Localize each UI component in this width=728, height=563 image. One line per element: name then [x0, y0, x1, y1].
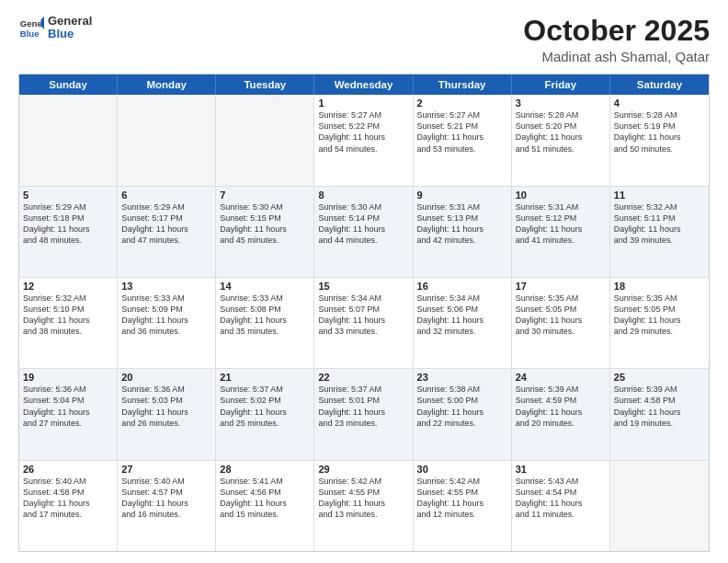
day-number: 21: [220, 372, 310, 383]
empty-cell: [216, 95, 314, 185]
day-number: 3: [516, 98, 606, 109]
day-cell-24: 24Sunrise: 5:39 AMSunset: 4:59 PMDayligh…: [512, 369, 610, 459]
cell-info: Sunrise: 5:41 AMSunset: 4:56 PMDaylight:…: [220, 476, 310, 521]
cell-info: Sunrise: 5:29 AMSunset: 5:17 PMDaylight:…: [121, 201, 211, 247]
cell-info: Sunrise: 5:32 AMSunset: 5:10 PMDaylight:…: [23, 293, 113, 338]
day-cell-22: 22Sunrise: 5:37 AMSunset: 5:01 PMDayligh…: [314, 369, 413, 459]
cell-info: Sunrise: 5:33 AMSunset: 5:09 PMDaylight:…: [121, 293, 211, 338]
day-number: 1: [318, 98, 408, 109]
cell-info: Sunrise: 5:39 AMSunset: 4:59 PMDaylight:…: [516, 384, 606, 429]
header: General Blue General Blue October 2025 M…: [18, 15, 710, 64]
cell-info: Sunrise: 5:27 AMSunset: 5:22 PMDaylight:…: [318, 109, 408, 155]
day-cell-9: 9Sunrise: 5:31 AMSunset: 5:13 PMDaylight…: [414, 187, 512, 277]
day-cell-14: 14Sunrise: 5:33 AMSunset: 5:08 PMDayligh…: [216, 278, 314, 368]
cell-info: Sunrise: 5:40 AMSunset: 4:57 PMDaylight:…: [121, 476, 211, 521]
cell-info: Sunrise: 5:33 AMSunset: 5:08 PMDaylight:…: [220, 293, 310, 338]
cell-info: Sunrise: 5:42 AMSunset: 4:55 PMDaylight:…: [318, 476, 408, 521]
day-cell-26: 26Sunrise: 5:40 AMSunset: 4:58 PMDayligh…: [19, 461, 118, 551]
day-cell-13: 13Sunrise: 5:33 AMSunset: 5:09 PMDayligh…: [118, 278, 216, 368]
day-number: 10: [516, 190, 606, 201]
day-header-thursday: Thursday: [414, 75, 512, 95]
day-number: 4: [614, 98, 705, 109]
cell-info: Sunrise: 5:36 AMSunset: 5:03 PMDaylight:…: [121, 384, 211, 429]
day-number: 5: [23, 190, 113, 201]
cell-info: Sunrise: 5:34 AMSunset: 5:07 PMDaylight:…: [318, 293, 408, 338]
location: Madinat ash Shamal, Qatar: [523, 49, 710, 64]
cell-info: Sunrise: 5:30 AMSunset: 5:14 PMDaylight:…: [318, 201, 408, 247]
day-cell-12: 12Sunrise: 5:32 AMSunset: 5:10 PMDayligh…: [19, 278, 118, 368]
day-number: 26: [23, 464, 113, 475]
cell-info: Sunrise: 5:31 AMSunset: 5:12 PMDaylight:…: [516, 201, 606, 247]
cell-info: Sunrise: 5:28 AMSunset: 5:19 PMDaylight:…: [614, 109, 705, 155]
calendar: SundayMondayTuesdayWednesdayThursdayFrid…: [18, 74, 710, 552]
calendar-week-2: 5Sunrise: 5:29 AMSunset: 5:18 PMDaylight…: [19, 187, 709, 278]
cell-info: Sunrise: 5:40 AMSunset: 4:58 PMDaylight:…: [23, 476, 113, 521]
title-block: October 2025 Madinat ash Shamal, Qatar: [523, 15, 710, 64]
day-number: 7: [220, 190, 310, 201]
logo-general: General: [48, 15, 92, 28]
cell-info: Sunrise: 5:37 AMSunset: 5:02 PMDaylight:…: [220, 384, 310, 429]
day-header-tuesday: Tuesday: [216, 75, 314, 95]
day-cell-23: 23Sunrise: 5:38 AMSunset: 5:00 PMDayligh…: [414, 369, 512, 459]
day-number: 24: [516, 372, 606, 383]
day-header-monday: Monday: [118, 75, 216, 95]
day-number: 29: [318, 464, 408, 475]
day-number: 12: [23, 281, 113, 292]
day-header-friday: Friday: [512, 75, 610, 95]
day-number: 6: [121, 190, 211, 201]
day-cell-2: 2Sunrise: 5:27 AMSunset: 5:21 PMDaylight…: [414, 95, 512, 185]
cell-info: Sunrise: 5:38 AMSunset: 5:00 PMDaylight:…: [417, 384, 507, 429]
day-header-sunday: Sunday: [19, 75, 118, 95]
cell-info: Sunrise: 5:32 AMSunset: 5:11 PMDaylight:…: [614, 201, 705, 247]
day-number: 19: [23, 372, 113, 383]
day-cell-20: 20Sunrise: 5:36 AMSunset: 5:03 PMDayligh…: [118, 369, 216, 459]
page: General Blue General Blue October 2025 M…: [0, 0, 728, 563]
cell-info: Sunrise: 5:39 AMSunset: 4:58 PMDaylight:…: [614, 384, 705, 429]
day-cell-31: 31Sunrise: 5:43 AMSunset: 4:54 PMDayligh…: [512, 461, 610, 551]
logo: General Blue General Blue: [18, 15, 92, 41]
day-number: 2: [417, 98, 507, 109]
calendar-week-4: 19Sunrise: 5:36 AMSunset: 5:04 PMDayligh…: [19, 369, 709, 460]
cell-info: Sunrise: 5:28 AMSunset: 5:20 PMDaylight:…: [516, 109, 606, 155]
day-number: 15: [318, 281, 408, 292]
cell-info: Sunrise: 5:34 AMSunset: 5:06 PMDaylight:…: [417, 293, 507, 338]
calendar-week-3: 12Sunrise: 5:32 AMSunset: 5:10 PMDayligh…: [19, 278, 709, 369]
day-cell-30: 30Sunrise: 5:42 AMSunset: 4:55 PMDayligh…: [414, 461, 512, 551]
day-number: 17: [516, 281, 606, 292]
day-cell-29: 29Sunrise: 5:42 AMSunset: 4:55 PMDayligh…: [314, 461, 413, 551]
day-number: 18: [614, 281, 705, 292]
day-header-wednesday: Wednesday: [314, 75, 413, 95]
cell-info: Sunrise: 5:35 AMSunset: 5:05 PMDaylight:…: [614, 293, 705, 338]
day-cell-7: 7Sunrise: 5:30 AMSunset: 5:15 PMDaylight…: [216, 187, 314, 277]
cell-info: Sunrise: 5:29 AMSunset: 5:18 PMDaylight:…: [23, 201, 113, 247]
day-cell-11: 11Sunrise: 5:32 AMSunset: 5:11 PMDayligh…: [610, 187, 709, 277]
cell-info: Sunrise: 5:37 AMSunset: 5:01 PMDaylight:…: [318, 384, 408, 429]
day-cell-3: 3Sunrise: 5:28 AMSunset: 5:20 PMDaylight…: [512, 95, 610, 185]
day-number: 27: [121, 464, 211, 475]
empty-cell: [118, 95, 216, 185]
day-cell-6: 6Sunrise: 5:29 AMSunset: 5:17 PMDaylight…: [118, 187, 216, 277]
day-cell-18: 18Sunrise: 5:35 AMSunset: 5:05 PMDayligh…: [610, 278, 709, 368]
day-cell-5: 5Sunrise: 5:29 AMSunset: 5:18 PMDaylight…: [19, 187, 118, 277]
day-cell-10: 10Sunrise: 5:31 AMSunset: 5:12 PMDayligh…: [512, 187, 610, 277]
calendar-week-5: 26Sunrise: 5:40 AMSunset: 4:58 PMDayligh…: [19, 461, 709, 551]
cell-info: Sunrise: 5:43 AMSunset: 4:54 PMDaylight:…: [516, 476, 606, 521]
day-number: 22: [318, 372, 408, 383]
month-title: October 2025: [523, 15, 710, 47]
day-number: 16: [417, 281, 507, 292]
day-number: 25: [614, 372, 705, 383]
day-header-saturday: Saturday: [610, 75, 709, 95]
cell-info: Sunrise: 5:42 AMSunset: 4:55 PMDaylight:…: [417, 476, 507, 521]
day-cell-4: 4Sunrise: 5:28 AMSunset: 5:19 PMDaylight…: [610, 95, 709, 185]
day-number: 8: [318, 190, 408, 201]
day-cell-16: 16Sunrise: 5:34 AMSunset: 5:06 PMDayligh…: [414, 278, 512, 368]
empty-cell: [610, 461, 709, 551]
day-cell-21: 21Sunrise: 5:37 AMSunset: 5:02 PMDayligh…: [216, 369, 314, 459]
cell-info: Sunrise: 5:30 AMSunset: 5:15 PMDaylight:…: [220, 201, 310, 247]
empty-cell: [19, 95, 118, 185]
logo-icon: General Blue: [18, 15, 44, 40]
day-number: 13: [121, 281, 211, 292]
day-number: 23: [417, 372, 507, 383]
day-cell-28: 28Sunrise: 5:41 AMSunset: 4:56 PMDayligh…: [216, 461, 314, 551]
logo-blue: Blue: [48, 28, 92, 40]
